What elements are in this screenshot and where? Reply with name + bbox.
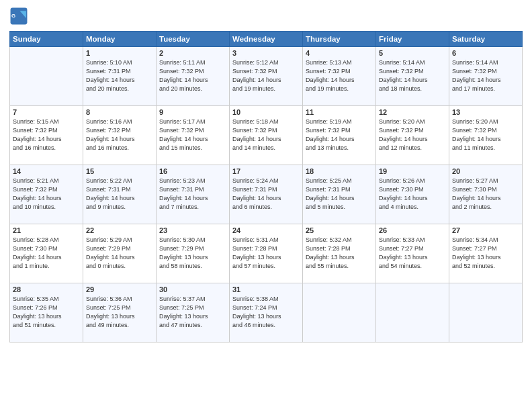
day-number: 3 [232,49,300,57]
day-number: 21 [13,226,80,234]
day-info: Sunrise: 5:15 AM Sunset: 7:32 PM Dayligh… [13,118,80,152]
weekday-header-wednesday: Wednesday [230,32,303,47]
day-info: Sunrise: 5:36 AM Sunset: 7:25 PM Dayligh… [86,295,153,330]
calendar-cell: 14Sunrise: 5:21 AM Sunset: 7:32 PM Dayli… [10,165,83,224]
day-number: 5 [379,49,446,57]
weekday-header-row: SundayMondayTuesdayWednesdayThursdayFrid… [10,32,523,47]
day-number: 2 [159,49,226,57]
calendar-cell: 13Sunrise: 5:20 AM Sunset: 7:32 PM Dayli… [449,106,523,165]
calendar-week-row: 14Sunrise: 5:21 AM Sunset: 7:32 PM Dayli… [10,165,523,224]
calendar-cell: 25Sunrise: 5:32 AM Sunset: 7:28 PM Dayli… [303,224,376,283]
day-info: Sunrise: 5:14 AM Sunset: 7:32 PM Dayligh… [452,58,519,93]
calendar-page: G SundayMondayTuesdayWednesdayThursdayFr… [0,0,532,411]
day-info: Sunrise: 5:28 AM Sunset: 7:30 PM Dayligh… [13,236,80,271]
weekday-header-sunday: Sunday [10,32,83,47]
calendar-cell: 12Sunrise: 5:20 AM Sunset: 7:32 PM Dayli… [376,106,449,165]
day-number: 22 [86,226,153,234]
weekday-header-tuesday: Tuesday [157,32,230,47]
day-number: 10 [232,108,300,116]
calendar-week-row: 1Sunrise: 5:10 AM Sunset: 7:31 PM Daylig… [10,47,523,106]
calendar-cell: 9Sunrise: 5:17 AM Sunset: 7:32 PM Daylig… [157,106,230,165]
day-number: 20 [452,167,519,175]
day-number: 13 [452,108,519,116]
day-number: 28 [13,285,80,293]
day-number: 19 [379,167,446,175]
calendar-cell: 17Sunrise: 5:24 AM Sunset: 7:31 PM Dayli… [230,165,303,224]
day-info: Sunrise: 5:38 AM Sunset: 7:24 PM Dayligh… [232,295,300,330]
calendar-cell: 3Sunrise: 5:12 AM Sunset: 7:32 PM Daylig… [230,47,303,106]
day-info: Sunrise: 5:19 AM Sunset: 7:32 PM Dayligh… [306,118,373,152]
day-info: Sunrise: 5:34 AM Sunset: 7:27 PM Dayligh… [452,236,519,271]
calendar-cell: 20Sunrise: 5:27 AM Sunset: 7:30 PM Dayli… [449,165,523,224]
calendar-cell: 24Sunrise: 5:31 AM Sunset: 7:28 PM Dayli… [230,224,303,283]
calendar-week-row: 28Sunrise: 5:35 AM Sunset: 7:26 PM Dayli… [10,283,523,342]
calendar-cell: 5Sunrise: 5:14 AM Sunset: 7:32 PM Daylig… [376,47,449,106]
calendar-cell: 15Sunrise: 5:22 AM Sunset: 7:31 PM Dayli… [83,165,157,224]
calendar-week-row: 21Sunrise: 5:28 AM Sunset: 7:30 PM Dayli… [10,224,523,283]
day-info: Sunrise: 5:10 AM Sunset: 7:31 PM Dayligh… [86,58,153,93]
day-info: Sunrise: 5:18 AM Sunset: 7:32 PM Dayligh… [232,118,300,152]
svg-text:G: G [11,13,15,19]
day-info: Sunrise: 5:14 AM Sunset: 7:32 PM Dayligh… [379,58,446,93]
day-number: 4 [306,49,373,57]
calendar-cell: 4Sunrise: 5:13 AM Sunset: 7:32 PM Daylig… [303,47,376,106]
calendar-cell: 7Sunrise: 5:15 AM Sunset: 7:32 PM Daylig… [10,106,83,165]
calendar-cell: 6Sunrise: 5:14 AM Sunset: 7:32 PM Daylig… [449,47,523,106]
logo: G [9,7,31,26]
calendar-cell [303,283,376,342]
weekday-header-thursday: Thursday [303,32,376,47]
calendar-table: SundayMondayTuesdayWednesdayThursdayFrid… [9,31,523,342]
day-number: 11 [306,108,373,116]
weekday-header-saturday: Saturday [449,32,523,47]
day-number: 14 [13,167,80,175]
day-info: Sunrise: 5:26 AM Sunset: 7:30 PM Dayligh… [379,177,446,212]
day-info: Sunrise: 5:13 AM Sunset: 7:32 PM Dayligh… [306,58,373,93]
calendar-cell [10,47,83,106]
day-info: Sunrise: 5:16 AM Sunset: 7:32 PM Dayligh… [86,118,153,152]
day-number: 12 [379,108,446,116]
day-info: Sunrise: 5:20 AM Sunset: 7:32 PM Dayligh… [379,118,446,152]
day-info: Sunrise: 5:35 AM Sunset: 7:26 PM Dayligh… [13,295,80,330]
day-number: 16 [159,167,226,175]
calendar-cell: 1Sunrise: 5:10 AM Sunset: 7:31 PM Daylig… [83,47,157,106]
weekday-header-friday: Friday [376,32,449,47]
calendar-cell [449,283,523,342]
calendar-cell: 21Sunrise: 5:28 AM Sunset: 7:30 PM Dayli… [10,224,83,283]
calendar-cell: 27Sunrise: 5:34 AM Sunset: 7:27 PM Dayli… [449,224,523,283]
day-number: 17 [232,167,300,175]
day-info: Sunrise: 5:12 AM Sunset: 7:32 PM Dayligh… [232,58,300,93]
day-info: Sunrise: 5:32 AM Sunset: 7:28 PM Dayligh… [306,236,373,271]
calendar-cell: 19Sunrise: 5:26 AM Sunset: 7:30 PM Dayli… [376,165,449,224]
calendar-cell: 8Sunrise: 5:16 AM Sunset: 7:32 PM Daylig… [83,106,157,165]
day-info: Sunrise: 5:17 AM Sunset: 7:32 PM Dayligh… [159,118,226,152]
day-number: 25 [306,226,373,234]
calendar-cell: 2Sunrise: 5:11 AM Sunset: 7:32 PM Daylig… [157,47,230,106]
day-number: 23 [159,226,226,234]
calendar-cell: 29Sunrise: 5:36 AM Sunset: 7:25 PM Dayli… [83,283,157,342]
day-info: Sunrise: 5:30 AM Sunset: 7:29 PM Dayligh… [159,236,226,271]
day-info: Sunrise: 5:29 AM Sunset: 7:29 PM Dayligh… [86,236,153,271]
day-info: Sunrise: 5:27 AM Sunset: 7:30 PM Dayligh… [452,177,519,212]
day-number: 24 [232,226,300,234]
day-number: 15 [86,167,153,175]
calendar-cell: 30Sunrise: 5:37 AM Sunset: 7:25 PM Dayli… [157,283,230,342]
day-number: 7 [13,108,80,116]
day-number: 8 [86,108,153,116]
day-info: Sunrise: 5:24 AM Sunset: 7:31 PM Dayligh… [232,177,300,212]
day-number: 9 [159,108,226,116]
calendar-cell: 16Sunrise: 5:23 AM Sunset: 7:31 PM Dayli… [157,165,230,224]
day-info: Sunrise: 5:25 AM Sunset: 7:31 PM Dayligh… [306,177,373,212]
day-number: 31 [232,285,300,293]
day-info: Sunrise: 5:21 AM Sunset: 7:32 PM Dayligh… [13,177,80,212]
calendar-cell: 28Sunrise: 5:35 AM Sunset: 7:26 PM Dayli… [10,283,83,342]
calendar-cell: 26Sunrise: 5:33 AM Sunset: 7:27 PM Dayli… [376,224,449,283]
day-info: Sunrise: 5:33 AM Sunset: 7:27 PM Dayligh… [379,236,446,271]
day-number: 6 [452,49,519,57]
day-number: 29 [86,285,153,293]
day-info: Sunrise: 5:23 AM Sunset: 7:31 PM Dayligh… [159,177,226,212]
day-info: Sunrise: 5:20 AM Sunset: 7:32 PM Dayligh… [452,118,519,152]
calendar-cell: 11Sunrise: 5:19 AM Sunset: 7:32 PM Dayli… [303,106,376,165]
page-header: G [9,7,523,26]
calendar-cell: 10Sunrise: 5:18 AM Sunset: 7:32 PM Dayli… [230,106,303,165]
weekday-header-monday: Monday [83,32,157,47]
